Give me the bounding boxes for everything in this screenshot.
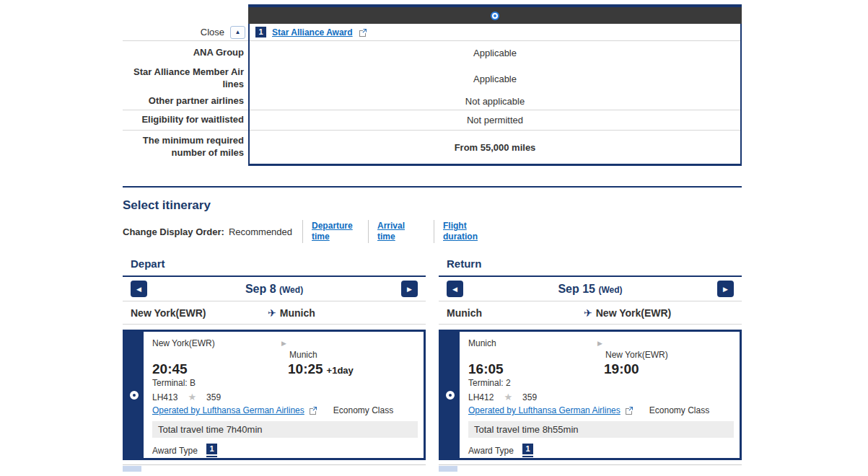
page-content: Close ▲ ANA Group Star Alliance Member A… bbox=[123, 0, 742, 472]
depart-total-travel-time: Total travel time 7h40min bbox=[152, 421, 418, 438]
collapse-button[interactable]: ▲ bbox=[230, 26, 245, 39]
sort-arrival-time[interactable]: Arrival time bbox=[377, 221, 425, 242]
award-name-link[interactable]: Star Alliance Award bbox=[272, 27, 353, 38]
return-flight-number: LH412 bbox=[468, 392, 494, 402]
depart-operated-by-link[interactable]: Operated by Lufthansa German Airlines bbox=[152, 405, 304, 415]
return-award-type-badge[interactable]: 1 bbox=[522, 444, 533, 457]
award-name-row: 1 Star Alliance Award bbox=[250, 24, 740, 41]
page-title: Select itinerary bbox=[123, 198, 742, 213]
return-arrival-time: 19:00 bbox=[604, 361, 639, 377]
depart-heading: Depart bbox=[123, 257, 426, 277]
award-number-badge: 1 bbox=[255, 27, 266, 38]
row-label-star-alliance-members: Star Alliance Member Air lines bbox=[123, 65, 248, 92]
return-route-to: New York(EWR) bbox=[596, 307, 672, 319]
display-order-label: Change Display Order: bbox=[123, 226, 224, 237]
row-label-other-partners: Other partner airlines bbox=[123, 92, 248, 110]
award-column-body: 1 Star Alliance Award Applicable Applica… bbox=[248, 24, 742, 166]
itinerary-columns: Depart ◀ Sep 8 (Wed) ▶ New York(EWR) ✈ M… bbox=[123, 257, 742, 472]
depart-route-bar: New York(EWR) ✈ Munich bbox=[123, 301, 426, 325]
prev-icon: ◀ bbox=[136, 286, 141, 293]
return-route-from: Munich bbox=[447, 307, 584, 319]
row-label-ana-group: ANA Group bbox=[123, 41, 248, 65]
return-card-radio-strip[interactable] bbox=[441, 332, 460, 458]
external-link-icon bbox=[359, 28, 367, 37]
depart-route-to: Munich bbox=[280, 307, 315, 319]
depart-flight-number: LH413 bbox=[152, 392, 177, 402]
return-operated-by-link[interactable]: Operated by Lufthansa German Airlines bbox=[468, 405, 621, 415]
award-column-header bbox=[248, 4, 742, 24]
close-label[interactable]: Close bbox=[201, 27, 224, 38]
external-link-icon bbox=[625, 406, 634, 415]
airplane-icon: ✈ bbox=[268, 307, 276, 319]
star-alliance-icon: ★ bbox=[188, 392, 196, 402]
return-heading: Return bbox=[439, 257, 742, 277]
segment-arrow-icon: ▶ bbox=[281, 340, 286, 347]
section-divider bbox=[123, 186, 742, 188]
return-departure-time: 16:05 bbox=[468, 361, 604, 377]
award-selected-radio[interactable] bbox=[492, 13, 498, 19]
prev-icon: ◀ bbox=[452, 286, 457, 293]
return-flight-card[interactable]: Munich ▶ New York(EWR) 16:05 19:00 Termi… bbox=[439, 330, 742, 460]
depart-cabin-class: Economy Class bbox=[333, 405, 393, 415]
award-comparison-panel: Close ▲ ANA Group Star Alliance Member A… bbox=[123, 0, 742, 166]
return-cabin-class: Economy Class bbox=[649, 405, 709, 415]
return-next-card-preview bbox=[439, 464, 742, 472]
depart-terminal: Terminal: B bbox=[152, 378, 418, 388]
value-star-alliance-members: Applicable bbox=[250, 65, 740, 92]
row-label-minimum-miles: The minimum required number of miles bbox=[123, 131, 248, 164]
depart-route-from: New York(EWR) bbox=[131, 307, 268, 319]
sort-flight-duration[interactable]: Flight duration bbox=[443, 221, 491, 242]
depart-from-city: New York(EWR) bbox=[152, 338, 281, 348]
sort-departure-time[interactable]: Departure time bbox=[312, 221, 359, 242]
depart-date: Sep 8 (Wed) bbox=[147, 283, 401, 296]
return-from-city: Munich bbox=[468, 338, 597, 348]
return-award-type-label: Award Type bbox=[468, 446, 514, 456]
segment-arrow-icon: ▶ bbox=[597, 340, 602, 347]
return-card-body: Munich ▶ New York(EWR) 16:05 19:00 Termi… bbox=[460, 332, 740, 458]
airplane-icon: ✈ bbox=[584, 307, 592, 319]
depart-next-card-preview bbox=[123, 464, 426, 472]
return-column: Return ◀ Sep 15 (Wed) ▶ Munich ✈ New Yor… bbox=[439, 257, 742, 472]
return-to-city: New York(EWR) bbox=[605, 350, 734, 360]
sort-links: Departure time Arrival time Flight durat… bbox=[302, 220, 499, 243]
award-column: 1 Star Alliance Award Applicable Applica… bbox=[248, 4, 742, 166]
depart-award-type-label: Award Type bbox=[152, 446, 198, 456]
return-prev-date-button[interactable]: ◀ bbox=[447, 281, 463, 297]
return-date-bar: ◀ Sep 15 (Wed) ▶ bbox=[439, 277, 742, 301]
depart-date-bar: ◀ Sep 8 (Wed) ▶ bbox=[123, 277, 426, 301]
return-total-travel-time: Total travel time 8h55min bbox=[468, 421, 734, 438]
return-next-card-strip[interactable] bbox=[439, 466, 457, 472]
depart-next-date-button[interactable]: ▶ bbox=[401, 281, 418, 297]
return-route-bar: Munich ✈ New York(EWR) bbox=[439, 301, 742, 325]
next-icon: ▶ bbox=[723, 286, 728, 293]
return-terminal: Terminal: 2 bbox=[468, 378, 734, 388]
value-other-partners: Not applicable bbox=[250, 92, 740, 110]
display-order-row: Change Display Order: Recommended Depart… bbox=[123, 220, 742, 243]
value-minimum-miles: From 55,000 miles bbox=[250, 131, 740, 164]
depart-departure-time: 20:45 bbox=[152, 361, 288, 377]
depart-card-radio-strip[interactable] bbox=[125, 332, 144, 458]
depart-flight-card[interactable]: New York(EWR) ▶ Munich 20:45 10:25 +1day… bbox=[123, 330, 426, 460]
close-row: Close ▲ bbox=[123, 24, 248, 41]
depart-selected-radio[interactable] bbox=[130, 391, 139, 400]
depart-column: Depart ◀ Sep 8 (Wed) ▶ New York(EWR) ✈ M… bbox=[123, 257, 426, 472]
depart-arrival-note: +1day bbox=[327, 365, 354, 376]
display-order-value: Recommended bbox=[229, 226, 292, 237]
award-row-labels: Close ▲ ANA Group Star Alliance Member A… bbox=[123, 4, 248, 166]
return-aircraft: 359 bbox=[522, 392, 537, 402]
depart-prev-date-button[interactable]: ◀ bbox=[131, 281, 147, 297]
return-selected-radio[interactable] bbox=[446, 391, 455, 400]
return-date: Sep 15 (Wed) bbox=[463, 283, 717, 296]
depart-aircraft: 359 bbox=[206, 392, 221, 402]
row-label-waitlist: Eligibility for waitlisted bbox=[123, 110, 248, 131]
return-next-date-button[interactable]: ▶ bbox=[717, 281, 734, 297]
value-ana-group: Applicable bbox=[250, 41, 740, 65]
depart-arrival-time: 10:25 bbox=[288, 361, 323, 377]
value-waitlist: Not permitted bbox=[250, 110, 740, 131]
star-alliance-icon: ★ bbox=[504, 392, 512, 402]
depart-next-card-strip[interactable] bbox=[123, 466, 141, 472]
depart-card-body: New York(EWR) ▶ Munich 20:45 10:25 +1day… bbox=[144, 332, 424, 458]
depart-to-city: Munich bbox=[289, 350, 418, 360]
next-icon: ▶ bbox=[407, 286, 412, 293]
depart-award-type-badge[interactable]: 1 bbox=[206, 444, 217, 457]
